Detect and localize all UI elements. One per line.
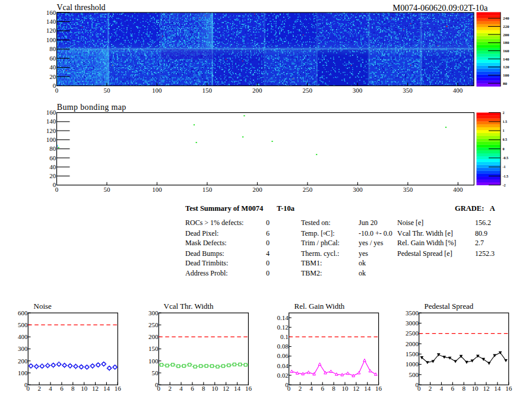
svg-text:Dead Bumps:: Dead Bumps:	[185, 249, 224, 258]
svg-text:Pedestal Spread: Pedestal Spread	[425, 302, 474, 311]
svg-text:3500: 3500	[406, 309, 419, 316]
svg-text:200: 200	[252, 87, 262, 94]
svg-text:300: 300	[148, 309, 159, 316]
svg-text:0: 0	[157, 385, 161, 392]
svg-text:10: 10	[211, 385, 218, 392]
svg-text:80: 80	[503, 81, 508, 86]
svg-text:Mask Defects:: Mask Defects:	[185, 239, 227, 247]
svg-text:Tested on:: Tested on:	[301, 218, 330, 227]
svg-text:400: 400	[453, 87, 463, 94]
svg-text:60: 60	[49, 154, 56, 162]
svg-text:40: 40	[49, 64, 56, 71]
svg-text:60: 60	[49, 55, 56, 62]
svg-text:140: 140	[503, 57, 509, 62]
svg-text:100: 100	[18, 369, 28, 376]
svg-text:120: 120	[46, 127, 56, 134]
svg-text:100: 100	[503, 73, 509, 78]
svg-text:150: 150	[202, 186, 213, 193]
svg-text:ok: ok	[359, 259, 366, 267]
svg-text:2: 2	[429, 385, 432, 392]
svg-text:0.12: 0.12	[277, 324, 289, 331]
svg-text:16: 16	[505, 385, 512, 392]
svg-text:Test Summary of M0074: Test Summary of M0074	[185, 204, 264, 213]
svg-text:Pedestal Spread [e]: Pedestal Spread [e]	[397, 249, 452, 258]
svg-text:1.5: 1.5	[503, 120, 508, 124]
svg-text:40: 40	[49, 163, 56, 170]
svg-text:250: 250	[303, 186, 313, 193]
svg-text:12: 12	[483, 385, 489, 392]
svg-text:2: 2	[37, 385, 41, 392]
svg-text:-10.0 +- 0.0: -10.0 +- 0.0	[359, 229, 392, 238]
svg-text:20: 20	[49, 73, 56, 80]
svg-text:400: 400	[453, 186, 463, 193]
svg-text:150: 150	[202, 87, 213, 94]
svg-text:4: 4	[49, 385, 52, 392]
svg-text:Trim / phCal:: Trim / phCal:	[301, 239, 340, 247]
svg-text:600: 600	[18, 309, 28, 316]
svg-text:6: 6	[191, 385, 194, 392]
svg-text:Dead Trimbits:: Dead Trimbits:	[185, 259, 228, 267]
svg-text:6: 6	[266, 229, 270, 238]
svg-text:1: 1	[503, 129, 505, 132]
svg-text:50: 50	[152, 369, 159, 376]
svg-text:6: 6	[60, 385, 64, 392]
svg-text:1252.3: 1252.3	[475, 249, 495, 258]
svg-text:350: 350	[403, 87, 413, 94]
svg-text:4: 4	[440, 385, 444, 392]
svg-text:0: 0	[55, 87, 59, 94]
svg-text:-0.5: -0.5	[503, 156, 509, 160]
svg-text:8: 8	[332, 385, 335, 392]
svg-text:Dead Pixel:: Dead Pixel:	[185, 229, 218, 238]
svg-text:80.9: 80.9	[475, 229, 487, 238]
svg-text:12: 12	[353, 385, 359, 392]
svg-text:10: 10	[81, 385, 88, 392]
svg-text:100: 100	[152, 87, 162, 94]
svg-text:10: 10	[341, 385, 349, 392]
svg-text:2000: 2000	[406, 340, 419, 347]
svg-text:0: 0	[266, 259, 270, 267]
svg-text:400: 400	[18, 333, 28, 340]
svg-text:0: 0	[27, 385, 30, 392]
svg-text:350: 350	[403, 186, 413, 193]
svg-text:300: 300	[353, 87, 363, 94]
svg-text:16: 16	[115, 385, 122, 392]
svg-text:0.5: 0.5	[503, 138, 508, 141]
svg-text:16: 16	[375, 385, 382, 392]
svg-text:0: 0	[266, 218, 270, 227]
svg-text:4: 4	[310, 385, 314, 392]
svg-text:6: 6	[321, 385, 324, 392]
svg-text:120: 120	[503, 65, 509, 69]
svg-text:240: 240	[503, 16, 509, 21]
svg-text:0: 0	[417, 385, 421, 392]
svg-text:80: 80	[49, 145, 56, 152]
svg-text:14: 14	[364, 385, 371, 392]
svg-text:300: 300	[353, 186, 363, 193]
svg-text:2: 2	[299, 385, 302, 392]
svg-text:300: 300	[18, 345, 28, 352]
svg-text:T-10a: T-10a	[277, 204, 295, 213]
svg-text:Therm. cycl.:: Therm. cycl.:	[301, 249, 339, 258]
svg-text:8: 8	[202, 385, 205, 392]
svg-text:yes: yes	[359, 249, 368, 258]
svg-text:0.02: 0.02	[277, 372, 289, 379]
svg-text:10: 10	[472, 385, 479, 392]
svg-text:80: 80	[49, 45, 56, 52]
svg-text:6: 6	[451, 385, 455, 392]
svg-text:yes / yes: yes / yes	[359, 239, 384, 247]
svg-text:Address Probl:: Address Probl:	[185, 269, 228, 277]
svg-text:Rel. Gain Width [%]: Rel. Gain Width [%]	[397, 239, 456, 247]
svg-text:150: 150	[148, 345, 159, 352]
svg-text:16: 16	[245, 385, 252, 392]
svg-text:ok: ok	[359, 269, 366, 277]
svg-text:12: 12	[223, 385, 229, 392]
svg-text:0.08: 0.08	[277, 343, 289, 350]
svg-text:2: 2	[503, 111, 505, 115]
svg-text:140: 140	[46, 18, 56, 25]
svg-text:2: 2	[168, 385, 172, 392]
svg-text:200: 200	[18, 357, 28, 365]
svg-text:8: 8	[71, 385, 75, 392]
svg-text:100: 100	[148, 357, 159, 365]
svg-text:Noise [e]: Noise [e]	[397, 218, 423, 227]
svg-text:1500: 1500	[406, 350, 419, 357]
svg-text:220: 220	[503, 24, 509, 29]
